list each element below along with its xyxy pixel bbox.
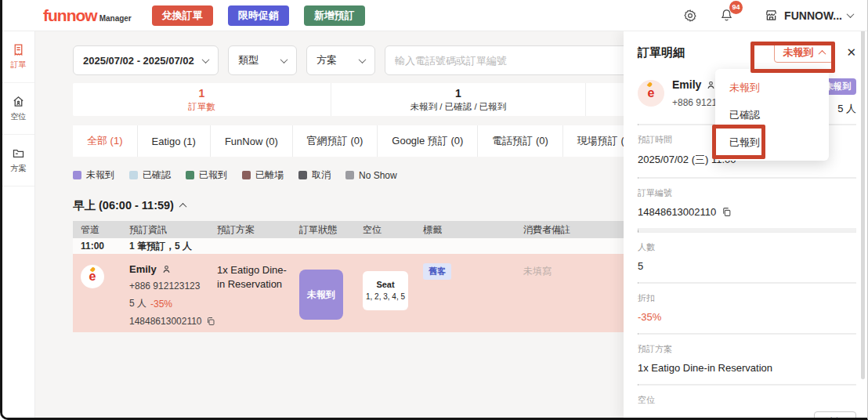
col-header-tags: 標籤 bbox=[415, 223, 515, 237]
field-label: 預訂方案 bbox=[638, 343, 856, 355]
seat-card[interactable]: Seat 1, 2, 3, 4, 5 bbox=[363, 271, 408, 310]
tab-funnow[interactable]: FunNow (0) bbox=[211, 125, 293, 157]
legend-swatch bbox=[186, 171, 194, 179]
plan-dropdown[interactable]: 方案 bbox=[306, 45, 375, 75]
field-label: 空位 bbox=[638, 394, 856, 406]
party-size: 5 人 bbox=[129, 297, 146, 310]
storefront-icon bbox=[764, 8, 779, 23]
seat-title: Seat bbox=[376, 279, 394, 291]
table-header: 管道 預訂資訊 預訂方案 訂單狀態 空位 標籤 消費者備註 bbox=[73, 221, 668, 238]
time-label: 11:00 bbox=[73, 241, 121, 252]
plan-dropdown-label: 方案 bbox=[316, 53, 337, 67]
legend-swatch bbox=[73, 171, 81, 179]
field-seat: 空位 Seat：1, 2, 3, 4, 5 編輯 bbox=[638, 386, 856, 420]
sidebar-item-plans[interactable]: 方案 bbox=[2, 135, 34, 186]
dropdown-item-not-arrived[interactable]: 未報到 bbox=[715, 74, 829, 101]
new-booking-button[interactable]: 新增預訂 bbox=[304, 5, 365, 26]
field-label: 人數 bbox=[638, 241, 856, 253]
type-dropdown[interactable]: 類型 bbox=[228, 45, 297, 75]
booking-status-button[interactable]: 未報到 bbox=[299, 270, 343, 320]
customer-phone: +886 912123123 bbox=[129, 281, 206, 291]
col-header-seat: 空位 bbox=[355, 223, 415, 237]
channel-tabs: 全部 (1) Eatigo (1) FunNow (0) 官網預訂 (0) Go… bbox=[73, 125, 668, 157]
stat-status-count: 1 未報到 / 已確認 / 已報到 bbox=[331, 83, 586, 116]
notification-count-badge: 94 bbox=[729, 1, 743, 14]
sidebar-item-label: 空位 bbox=[11, 111, 27, 122]
person-icon[interactable] bbox=[161, 264, 172, 274]
order-id: 14848613002110 bbox=[129, 316, 202, 327]
field-label: 訂單編號 bbox=[638, 187, 856, 199]
tab-phone[interactable]: 電話預訂 (0) bbox=[478, 125, 563, 157]
tab-all[interactable]: 全部 (1) bbox=[73, 125, 138, 157]
tab-website[interactable]: 官網預訂 (0) bbox=[293, 125, 378, 157]
eatigo-logo-letter: e bbox=[648, 87, 655, 100]
legend-swatch bbox=[129, 171, 138, 179]
close-icon[interactable]: ✕ bbox=[846, 45, 856, 60]
settings-gear-icon[interactable] bbox=[681, 6, 700, 25]
stat-label: 訂單數 bbox=[188, 101, 215, 112]
booking-row[interactable]: e Emily +886 912123123 5 人 -35% bbox=[73, 254, 668, 332]
dropdown-item-checked-in[interactable]: 已報到 bbox=[715, 129, 829, 156]
legend-swatch bbox=[242, 171, 251, 179]
receipt-icon bbox=[12, 43, 25, 56]
redeem-order-button[interactable]: 兌換訂單 bbox=[152, 5, 213, 26]
edit-seat-button[interactable]: 編輯 bbox=[814, 411, 856, 420]
sidebar-item-label: 訂單 bbox=[11, 60, 27, 71]
chevron-up-icon bbox=[179, 203, 187, 211]
col-header-info: 預訂資訊 bbox=[121, 223, 209, 237]
notifications-bell-icon[interactable]: 94 bbox=[717, 6, 736, 25]
discount-value: -35% bbox=[150, 299, 172, 310]
date-range-picker[interactable]: 2025/07/02 - 2025/07/02 bbox=[73, 45, 219, 75]
col-header-status: 訂單狀態 bbox=[291, 223, 355, 237]
customer-tag-chip: 舊客 bbox=[423, 263, 451, 280]
field-plan: 預訂方案 1x Eatigo Dine-in Reservation bbox=[638, 335, 856, 384]
legend-label: 已確認 bbox=[143, 168, 171, 182]
field-value: Seat：1, 2, 3, 4, 5 bbox=[638, 415, 720, 420]
field-value: 14848613002110 bbox=[638, 206, 716, 218]
legend-swatch bbox=[298, 171, 307, 179]
account-menu[interactable]: FUNNOW... bbox=[764, 8, 853, 23]
legend-item: 已確認 bbox=[129, 168, 171, 182]
tab-eatigo[interactable]: Eatigo (1) bbox=[138, 125, 211, 157]
chevron-up-icon bbox=[819, 49, 826, 57]
eatigo-logo-letter: e bbox=[89, 270, 96, 283]
status-dropdown-button[interactable]: 未報到 bbox=[774, 42, 834, 63]
copy-icon[interactable] bbox=[722, 207, 732, 217]
legend-label: 未報到 bbox=[86, 168, 114, 182]
sidebar-item-orders[interactable]: 訂單 bbox=[2, 31, 34, 83]
search-input[interactable] bbox=[395, 55, 633, 67]
stat-label: 未報到 / 已確認 / 已報到 bbox=[410, 101, 507, 112]
field-discount: 折扣 -35% bbox=[638, 284, 856, 333]
left-sidebar: 訂單 空位 方案 bbox=[2, 31, 35, 418]
house-icon bbox=[12, 95, 25, 108]
account-name: FUNNOW... bbox=[784, 9, 842, 22]
panel-title: 訂單明細 bbox=[638, 45, 685, 60]
field-value: 1x Eatigo Dine-in Reservation bbox=[638, 362, 856, 374]
time-summary: 1 筆預訂，5 人 bbox=[121, 240, 668, 253]
flash-promo-button[interactable]: 限時促銷 bbox=[228, 5, 289, 26]
legend-swatch bbox=[345, 171, 354, 179]
type-dropdown-label: 類型 bbox=[238, 53, 259, 67]
field-party-size: 人數 5 bbox=[638, 233, 856, 282]
sidebar-item-label: 方案 bbox=[11, 163, 27, 174]
sidebar-item-seats[interactable]: 空位 bbox=[2, 83, 34, 135]
app-window: funnow Manager 兌換訂單 限時促銷 新增預訂 94 bbox=[0, 0, 868, 420]
status-dropdown-menu: 未報到 已確認 已報到 bbox=[715, 69, 829, 161]
booking-info-cell: Emily +886 912123123 5 人 -35% 1484861300… bbox=[121, 254, 209, 332]
booking-plan: 1x Eatigo Dine-in Reservation bbox=[209, 254, 291, 332]
stat-value: 1 bbox=[455, 87, 461, 101]
chevron-down-icon bbox=[280, 56, 288, 63]
date-range-value: 2025/07/02 - 2025/07/02 bbox=[83, 55, 194, 67]
legend-item: 已離場 bbox=[242, 168, 284, 182]
customer-name: Emily bbox=[129, 263, 157, 275]
stat-order-count: 1 訂單數 bbox=[73, 83, 331, 116]
panel-customer-name: Emily bbox=[672, 78, 701, 91]
field-order-id: 訂單編號 14848613002110 bbox=[638, 179, 856, 228]
legend-label: No Show bbox=[359, 170, 397, 181]
tab-google[interactable]: Google 預訂 (0) bbox=[378, 125, 478, 157]
chevron-down-icon bbox=[847, 10, 855, 18]
panel-scrollbar[interactable] bbox=[861, 11, 865, 379]
eatigo-avatar: e bbox=[81, 265, 104, 288]
dropdown-item-confirmed[interactable]: 已確認 bbox=[715, 101, 829, 129]
legend-label: 已離場 bbox=[255, 168, 284, 182]
